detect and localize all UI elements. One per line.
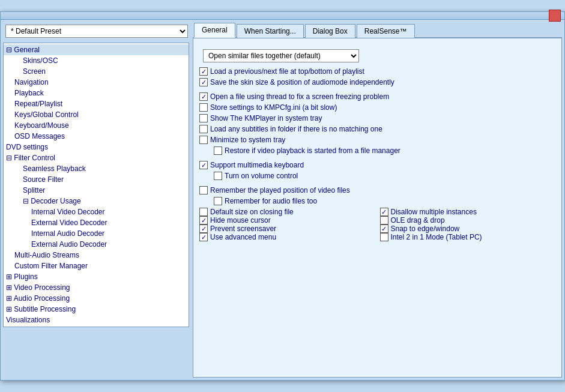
tree-item[interactable]: Navigation: [4, 77, 189, 88]
setting-row: Default size on closing file: [199, 208, 375, 216]
tree-item[interactable]: ⊞ Subtitle Processing: [4, 304, 189, 315]
checkbox[interactable]: [214, 146, 222, 155]
checkbox[interactable]: [199, 103, 208, 112]
setting-label: Default size on closing file: [210, 208, 294, 216]
title-bar: [1, 12, 564, 20]
tree-item[interactable]: ⊟ Decoder Usage: [4, 196, 189, 207]
preferences-window: * Default Preset ⊟ GeneralSkins/OSCScree…: [0, 11, 565, 381]
tree-item[interactable]: Skins/OSC: [4, 55, 189, 66]
tree-item[interactable]: ⊟ Filter Control: [4, 152, 189, 163]
setting-label: Open a file using thread to fix a screen…: [210, 92, 389, 101]
close-button[interactable]: [549, 10, 561, 22]
checkbox[interactable]: [199, 225, 208, 233]
setting-row: Disallow multiple instances: [380, 208, 556, 216]
setting-row: Load any subtitles in folder if there is…: [199, 125, 555, 133]
tree-item[interactable]: Source Filter: [4, 174, 189, 185]
tab-when-starting---[interactable]: When Starting...: [237, 24, 304, 38]
setting-row: Use advanced menu: [199, 233, 375, 241]
setting-label: Turn on volume control: [225, 172, 298, 180]
tree-item[interactable]: Visualizations: [4, 315, 189, 325]
setting-label: Load any subtitles in folder if there is…: [210, 125, 382, 133]
setting-row: Minimize to system tray: [199, 136, 555, 144]
setting-label: Intel 2 in 1 Mode (Tablet PC): [391, 233, 482, 241]
tree-item[interactable]: External Video Decoder: [4, 217, 189, 228]
setting-row: Snap to edge/window: [380, 225, 556, 233]
setting-label: Remember the played position of video fi…: [210, 186, 350, 194]
setting-row: Show The KMPlayer in system tray: [199, 114, 555, 122]
tree-item[interactable]: ⊞ Video Processing: [4, 282, 189, 293]
left-section: * Default Preset ⊟ GeneralSkins/OSCScree…: [3, 22, 190, 378]
bottom-right-col: Disallow multiple instancesOLE drag & dr…: [380, 208, 556, 241]
setting-row: Save the skin size & position of audiomo…: [199, 78, 555, 86]
setting-label: Prevent screensaver: [210, 225, 276, 233]
tree-item[interactable]: Keys/Global Control: [4, 109, 189, 120]
setting-label: Store settings to KMPCfg.ini (a bit slow…: [210, 103, 337, 112]
tree-item[interactable]: Screen: [4, 66, 189, 77]
checkbox[interactable]: [214, 172, 222, 180]
checkbox[interactable]: [199, 125, 208, 133]
tree-item[interactable]: DVD settings: [4, 142, 189, 152]
tree-item[interactable]: Seamless Playback: [4, 163, 189, 174]
checkbox[interactable]: [199, 136, 208, 144]
tree-item[interactable]: Playback: [4, 88, 189, 98]
tree-item[interactable]: ⊞ Audio Processing: [4, 293, 189, 304]
checkbox[interactable]: [199, 67, 208, 76]
settings-content: Open similar files together (default) Lo…: [193, 38, 562, 378]
setting-label: Use advanced menu: [210, 233, 276, 241]
bottom-settings: Default size on closing fileHide mouse c…: [199, 208, 555, 241]
setting-row: Remember for audio files too: [199, 197, 555, 205]
checkbox[interactable]: [214, 197, 222, 205]
file-open-select[interactable]: Open similar files together (default): [203, 49, 359, 62]
file-open-row: Open similar files together (default): [199, 49, 555, 62]
setting-row: Turn on volume control: [199, 172, 555, 180]
setting-row: Support multimedia keyboard: [199, 161, 555, 169]
setting-label: Save the skin size & position of audiomo…: [210, 78, 394, 86]
tree-item[interactable]: External Audio Decoder: [4, 239, 189, 250]
tabs-bar: GeneralWhen Starting...Dialog BoxRealSen…: [193, 22, 562, 38]
tree-item[interactable]: Internal Audio Decoder: [4, 228, 189, 239]
setting-row: Intel 2 in 1 Mode (Tablet PC): [380, 233, 556, 241]
bottom-left-col: Default size on closing fileHide mouse c…: [199, 208, 375, 241]
preset-bar: * Default Preset: [3, 22, 190, 40]
tree-item[interactable]: Keyboard/Mouse: [4, 120, 189, 131]
checkbox[interactable]: [199, 161, 208, 169]
tree-item[interactable]: Internal Video Decoder: [4, 207, 189, 217]
checkbox[interactable]: [380, 216, 388, 225]
checkbox[interactable]: [380, 225, 388, 233]
checkbox[interactable]: [199, 114, 208, 122]
checkbox[interactable]: [199, 186, 208, 194]
preset-select[interactable]: * Default Preset: [5, 25, 188, 38]
setting-row: Restore if video playback is started fro…: [199, 146, 555, 155]
setting-row: Hide mouse cursor: [199, 216, 375, 225]
tree-item[interactable]: Splitter: [4, 185, 189, 196]
tab-dialog-box[interactable]: Dialog Box: [305, 24, 355, 38]
tree-item[interactable]: Repeat/Playlist: [4, 98, 189, 109]
tree-item[interactable]: Custom Filter Manager: [4, 261, 189, 271]
checkbox[interactable]: [199, 216, 208, 225]
checkbox[interactable]: [199, 233, 208, 241]
setting-label: Restore if video playback is started fro…: [225, 146, 400, 155]
tab-general[interactable]: General: [194, 23, 235, 38]
checkbox[interactable]: [199, 92, 208, 101]
tree-item[interactable]: ⊟ General: [4, 44, 189, 55]
setting-label: Remember for audio files too: [225, 197, 317, 205]
setting-row: OLE drag & drop: [380, 216, 556, 225]
checkbox[interactable]: [380, 208, 388, 216]
settings-list: Load a previous/next file at top/bottom …: [199, 67, 555, 205]
tree-item[interactable]: ⊞ Plugins: [4, 271, 189, 282]
setting-row: Remember the played position of video fi…: [199, 186, 555, 194]
checkbox[interactable]: [199, 208, 208, 216]
checkbox[interactable]: [380, 233, 388, 241]
main-content-area: * Default Preset ⊟ GeneralSkins/OSCScree…: [1, 20, 564, 380]
setting-row: Store settings to KMPCfg.ini (a bit slow…: [199, 103, 555, 112]
checkbox[interactable]: [199, 78, 208, 86]
setting-label: Hide mouse cursor: [210, 216, 271, 225]
setting-label: Snap to edge/window: [391, 225, 460, 233]
tree-item[interactable]: Multi-Audio Streams: [4, 250, 189, 261]
tree-item[interactable]: OSD Messages: [4, 131, 189, 142]
settings-tree: ⊟ GeneralSkins/OSCScreenNavigationPlayba…: [3, 43, 189, 327]
setting-label: OLE drag & drop: [391, 216, 445, 225]
setting-row: Open a file using thread to fix a screen…: [199, 92, 555, 101]
setting-label: Support multimedia keyboard: [210, 161, 304, 169]
tab-realsense-[interactable]: RealSense™: [357, 24, 415, 38]
